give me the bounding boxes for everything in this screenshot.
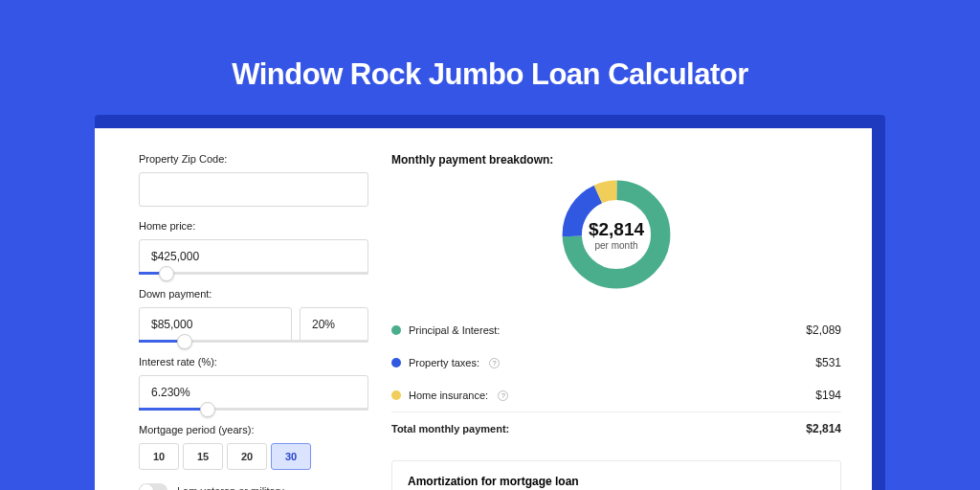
breakdown-title: Monthly payment breakdown: — [391, 153, 841, 167]
legend-dot-taxes — [391, 358, 401, 368]
legend-label-text: Home insurance: — [409, 390, 488, 401]
home-price-input[interactable] — [139, 239, 368, 274]
period-options: 10 15 20 30 — [139, 443, 368, 470]
slider-thumb[interactable] — [159, 266, 174, 281]
legend-value-taxes: $531 — [815, 356, 841, 369]
legend-total-label: Total monthly payment: — [391, 423, 509, 434]
info-icon[interactable]: ? — [489, 358, 500, 368]
period-option-15[interactable]: 15 — [183, 443, 223, 470]
down-payment-slider[interactable] — [139, 340, 368, 343]
slider-thumb[interactable] — [200, 402, 215, 417]
zip-input[interactable] — [139, 172, 368, 207]
legend-total-value: $2,814 — [806, 422, 841, 435]
slider-thumb[interactable] — [177, 334, 192, 349]
legend-dot-insurance — [391, 390, 401, 400]
period-label: Mortgage period (years): — [139, 424, 368, 435]
legend-row-taxes: Property taxes: ? $531 — [391, 346, 841, 379]
down-payment-input[interactable] — [139, 307, 292, 342]
legend-label-text: Principal & Interest: — [409, 324, 500, 336]
donut-chart: $2,814 per month — [391, 176, 841, 293]
legend-value-principal: $2,089 — [806, 323, 841, 337]
veteran-toggle[interactable] — [139, 483, 167, 490]
legend-dot-principal — [391, 325, 401, 335]
interest-rate-slider[interactable] — [139, 408, 368, 411]
inputs-panel: Property Zip Code: Home price: Down paym… — [139, 153, 368, 490]
page-title: Window Rock Jumbo Loan Calculator — [232, 57, 748, 92]
home-price-label: Home price: — [139, 220, 368, 232]
period-option-20[interactable]: 20 — [227, 443, 267, 470]
breakdown-panel: Monthly payment breakdown: $2,814 per mo… — [391, 153, 841, 490]
zip-label: Property Zip Code: — [139, 153, 368, 165]
donut-center-value: $2,814 — [589, 219, 644, 240]
legend-value-insurance: $194 — [815, 389, 841, 402]
donut-center-sub: per month — [589, 240, 644, 251]
interest-rate-label: Interest rate (%): — [139, 356, 368, 368]
down-payment-label: Down payment: — [139, 288, 368, 300]
down-payment-pct-input[interactable] — [300, 307, 368, 342]
toggle-knob — [140, 484, 153, 490]
amortization-card: Amortization for mortgage loan Amortizat… — [391, 460, 841, 490]
interest-rate-input[interactable] — [139, 375, 368, 410]
period-option-30[interactable]: 30 — [271, 443, 311, 470]
veteran-label: I am veteran or military — [177, 485, 284, 490]
amortization-title: Amortization for mortgage loan — [408, 475, 825, 488]
calculator-card: Property Zip Code: Home price: Down paym… — [95, 128, 872, 490]
home-price-slider[interactable] — [139, 272, 368, 275]
legend-label-text: Property taxes: — [409, 357, 479, 368]
legend-row-insurance: Home insurance: ? $194 — [391, 379, 841, 412]
legend-row-principal: Principal & Interest: $2,089 — [391, 314, 841, 346]
period-option-10[interactable]: 10 — [139, 443, 179, 470]
legend-row-total: Total monthly payment: $2,814 — [391, 412, 841, 445]
info-icon[interactable]: ? — [498, 390, 508, 401]
